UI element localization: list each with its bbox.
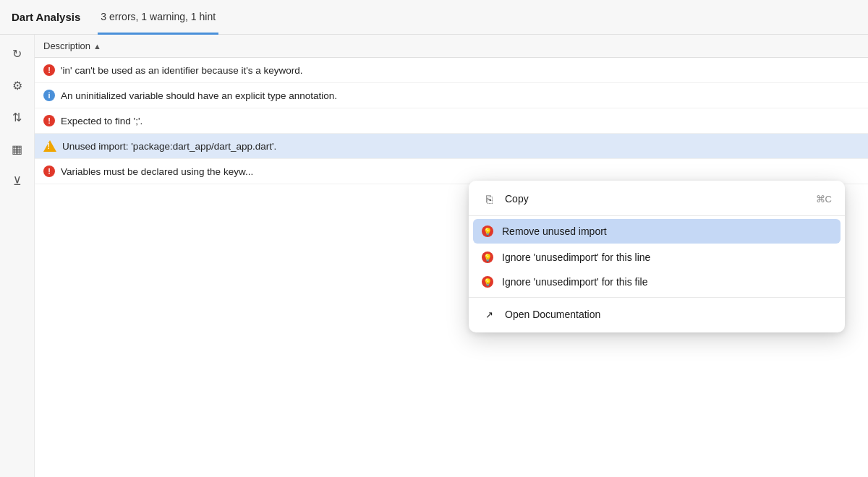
menu-item-label: Open Documentation	[505, 309, 600, 320]
error-icon: !	[43, 115, 55, 126]
copy-icon: ⎘	[482, 192, 496, 206]
dart-analysis-panel: Dart Analysis 3 errors, 1 warning, 1 hin…	[0, 0, 868, 477]
menu-item-label: Ignore 'unusedimport' for this file	[502, 276, 647, 288]
external-link-icon: ↗	[482, 307, 496, 322]
menu-item-label: Copy	[505, 193, 529, 205]
row-text: Expected to find ';'.	[61, 116, 142, 126]
menu-item-label: Ignore 'unusedimport' for this line	[502, 252, 650, 263]
row-text: An uninitialized variable should have an…	[61, 90, 337, 101]
bulb-icon: 💡	[482, 252, 493, 263]
error-icon: !	[43, 166, 55, 177]
menu-item-label: Remove unused import	[502, 225, 607, 237]
table-row[interactable]: i An uninitialized variable should have …	[35, 83, 868, 108]
description-column-label: Description	[43, 40, 90, 51]
menu-divider	[469, 297, 845, 298]
panel-header: Dart Analysis 3 errors, 1 warning, 1 hin…	[0, 0, 868, 35]
menu-divider	[469, 215, 845, 216]
table-icon[interactable]: ▦	[7, 139, 27, 159]
menu-item-ignore-line[interactable]: 💡 Ignore 'unusedimport' for this line	[469, 245, 845, 270]
sidebar: ↻ ⚙ ⇅ ▦ ⊻	[0, 35, 35, 477]
menu-item-ignore-file[interactable]: 💡 Ignore 'unusedimport' for this file	[469, 270, 845, 294]
tab-errors-warnings[interactable]: 3 errors, 1 warning, 1 hint	[98, 1, 218, 35]
context-menu: ⎘ Copy ⌘C 💡 Remove unused import 💡 Ignor…	[469, 181, 845, 332]
menu-item-open-docs[interactable]: ↗ Open Documentation	[469, 301, 845, 328]
row-text: Unused import: 'package:dart_app/dart_ap…	[62, 141, 276, 152]
row-text: Variables must be declared using the key…	[61, 166, 253, 177]
row-text: 'in' can't be used as an identifier beca…	[61, 65, 303, 76]
warning-icon	[43, 140, 56, 152]
menu-item-copy[interactable]: ⎘ Copy ⌘C	[469, 185, 845, 212]
sort-icon[interactable]: ⇅	[7, 107, 27, 127]
bulb-icon: 💡	[482, 225, 493, 237]
info-icon: i	[43, 90, 55, 101]
panel-title: Dart Analysis	[12, 11, 80, 23]
table-row[interactable]: ! 'in' can't be used as an identifier be…	[35, 58, 868, 83]
refresh-icon[interactable]: ↻	[7, 43, 27, 64]
table-row[interactable]: ! Expected to find ';'.	[35, 108, 868, 134]
table-row[interactable]: Unused import: 'package:dart_app/dart_ap…	[35, 134, 868, 159]
copy-shortcut: ⌘C	[816, 194, 832, 205]
settings-icon[interactable]: ⚙	[7, 75, 27, 95]
error-icon: !	[43, 64, 55, 76]
bulb-icon: 💡	[482, 276, 493, 288]
sort-direction-icon: ▲	[93, 42, 101, 51]
filter-icon[interactable]: ⊻	[7, 171, 27, 191]
menu-item-remove-unused-import[interactable]: 💡 Remove unused import	[473, 219, 841, 244]
table-header: Description ▲	[35, 35, 868, 58]
